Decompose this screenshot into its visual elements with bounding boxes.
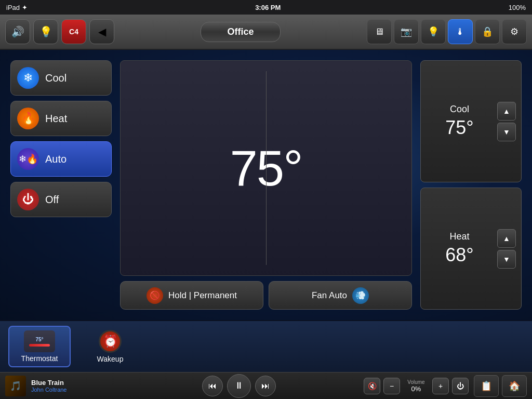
temp-display: 75° — [120, 60, 412, 276]
cool-setpoint-temp: 75° — [426, 117, 493, 139]
prev-button[interactable]: ⏮ — [202, 376, 223, 396]
cool-setpoint-info: Cool 75° — [426, 104, 493, 139]
auto-mode-button[interactable]: ❄🔥 Auto — [10, 141, 112, 177]
status-left: iPad ✦ — [6, 4, 28, 11]
page-title: Office — [201, 22, 280, 42]
track-artist: John Coltrane — [31, 387, 114, 393]
light-button[interactable]: 💡 — [33, 19, 58, 44]
cool-down-button[interactable]: ▼ — [497, 123, 516, 141]
cool-setpoint-arrows: ▲ ▼ — [497, 102, 516, 141]
power-button[interactable]: ⏻ — [452, 378, 469, 394]
hold-button[interactable]: 🚫 Hold | Permanent — [120, 281, 263, 310]
track-title: Blue Train — [31, 379, 114, 387]
footer-bar: 🎵 Blue Train John Coltrane ⏮ ⏸ ⏭ 🔇 − Vol… — [0, 372, 532, 399]
status-time: 3:06 PM — [255, 4, 281, 11]
cool-setpoint-label: Cool — [426, 104, 493, 115]
thumb-temp: 75° — [35, 337, 43, 342]
auto-label: Auto — [45, 153, 66, 165]
fan-label: Fan Auto — [312, 290, 347, 301]
cool-icon: ❄ — [17, 67, 39, 89]
back-button[interactable]: ◀ — [89, 19, 114, 44]
off-label: Off — [45, 194, 59, 206]
media-controls: ⏮ ⏸ ⏭ — [119, 374, 358, 398]
fan-button[interactable]: Fan Auto 💨 — [269, 281, 412, 310]
fan-icon: 💨 — [352, 287, 369, 304]
volume-value: 0% — [403, 385, 429, 393]
volume-info: Volume 0% — [403, 379, 429, 393]
heat-up-button[interactable]: ▲ — [497, 229, 516, 248]
volume-down-button[interactable]: − — [383, 378, 400, 394]
cool-mode-button[interactable]: ❄ Cool — [10, 60, 112, 96]
heat-setpoint-arrows: ▲ ▼ — [497, 229, 516, 269]
wakeup-panel-item[interactable]: ⏰ Wakeup — [79, 326, 141, 367]
nav-thermostat-button[interactable]: 🌡 — [448, 19, 473, 44]
temp-center: 75° 🚫 Hold | Permanent Fan Auto 💨 — [120, 60, 412, 310]
nav-lock-button[interactable]: 🔒 — [475, 19, 500, 44]
album-art: 🎵 — [5, 376, 26, 396]
play-pause-button[interactable]: ⏸ — [227, 374, 251, 398]
heat-setpoint-panel: Heat 68° ▲ ▼ — [420, 188, 522, 310]
track-info: Blue Train John Coltrane — [31, 379, 114, 393]
wakeup-thumb: ⏰ — [99, 330, 122, 353]
cool-up-button[interactable]: ▲ — [497, 102, 516, 121]
thermostat-item-label: Thermostat — [21, 354, 58, 363]
thermostat-panel-item[interactable]: 75° Thermostat — [8, 326, 71, 367]
nav-settings-button[interactable]: ⚙ — [502, 19, 527, 44]
cool-label: Cool — [45, 72, 66, 84]
thermostat-controls: ❄ Cool 🔥 Heat ❄🔥 Auto ⏻ Off 75° — [10, 60, 522, 310]
off-mode-button[interactable]: ⏻ Off — [10, 182, 112, 217]
bottom-action-buttons: 🚫 Hold | Permanent Fan Auto 💨 — [120, 281, 412, 310]
status-right: 100% — [509, 4, 526, 11]
off-icon: ⏻ — [17, 189, 39, 210]
crestron-button[interactable]: C4 — [61, 19, 86, 44]
nav-display-button[interactable]: 🖥 — [367, 19, 392, 44]
home-button[interactable]: 🏠 — [502, 375, 527, 397]
volume-label: Volume — [403, 379, 429, 385]
wakeup-item-label: Wakeup — [97, 355, 124, 363]
main-content: ❄ Cool 🔥 Heat ❄🔥 Auto ⏻ Off 75° — [0, 50, 532, 320]
top-nav-icons: 🖥 📷 💡 🌡 🔒 ⚙ — [367, 19, 527, 44]
mute-button[interactable]: 🔇 — [364, 378, 380, 394]
heat-setpoint-label: Heat — [426, 231, 493, 242]
heat-label: Heat — [45, 113, 67, 125]
hold-label: Hold | Permanent — [168, 290, 237, 301]
next-button[interactable]: ⏭ — [255, 376, 276, 396]
footer-right-buttons: 📋 🏠 — [474, 375, 527, 397]
nav-camera-button[interactable]: 📷 — [394, 19, 419, 44]
thermostat-thumb: 75° — [24, 330, 55, 352]
battery-label: 100% — [509, 4, 526, 11]
heat-setpoint-temp: 68° — [426, 244, 493, 266]
auto-icon: ❄🔥 — [17, 148, 39, 170]
top-bar: 🔊 💡 C4 ◀ Office 🖥 📷 💡 🌡 🔒 ⚙ — [0, 15, 532, 50]
playlist-button[interactable]: 📋 — [474, 375, 499, 397]
temp-divider — [266, 71, 267, 265]
heat-mode-button[interactable]: 🔥 Heat — [10, 101, 112, 136]
mode-buttons: ❄ Cool 🔥 Heat ❄🔥 Auto ⏻ Off — [10, 60, 112, 310]
volume-section: 🔇 − Volume 0% + ⏻ — [364, 378, 469, 394]
ipad-label: iPad ✦ — [6, 4, 28, 11]
heat-icon: 🔥 — [17, 108, 39, 129]
heat-setpoint-info: Heat 68° — [426, 231, 493, 266]
heat-down-button[interactable]: ▼ — [497, 250, 516, 269]
setpoints: Cool 75° ▲ ▼ Heat 68° ▲ ▼ — [420, 60, 522, 310]
status-bar: iPad ✦ 3:06 PM 100% — [0, 0, 532, 15]
volume-up-button[interactable]: + — [432, 378, 449, 394]
bottom-panel: 75° Thermostat ⏰ Wakeup — [0, 320, 532, 372]
hold-icon: 🚫 — [147, 287, 163, 304]
thumb-bar — [29, 344, 50, 347]
nav-light-button[interactable]: 💡 — [421, 19, 446, 44]
title-area: Office — [117, 22, 364, 42]
speaker-button[interactable]: 🔊 — [5, 19, 30, 44]
cool-setpoint-panel: Cool 75° ▲ ▼ — [420, 60, 522, 182]
